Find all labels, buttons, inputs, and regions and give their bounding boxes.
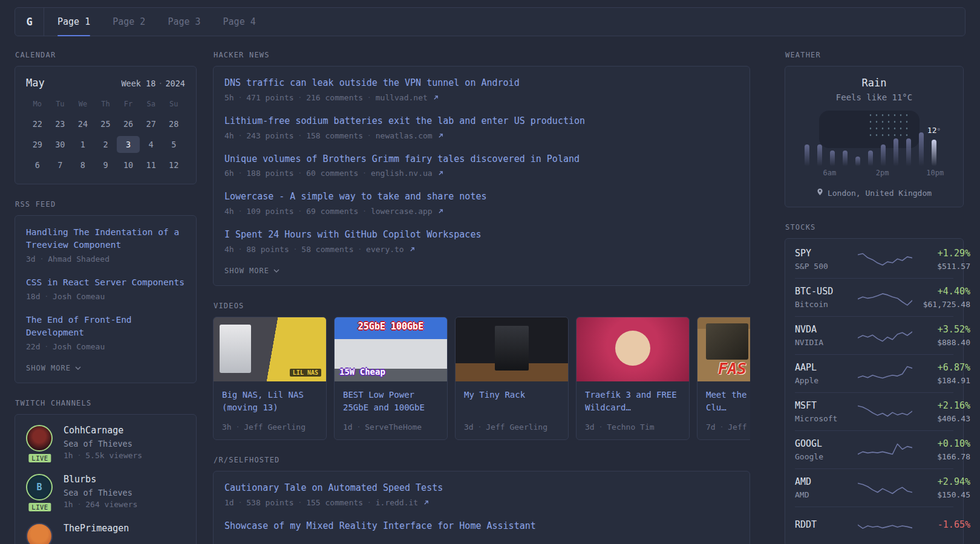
videos-widget: VIDEOS LIL NAS Big NAS, Lil NAS (moving …	[213, 302, 750, 440]
hn-domain-link[interactable]: english.nv.ua	[371, 169, 433, 178]
rss-item-link[interactable]: Handling The Indentation of a Treeview C…	[26, 227, 179, 250]
twitch-widget: TWITCH CHANNELS LIVE CohhCarnage Sea of …	[15, 399, 197, 544]
twitch-channel-name[interactable]: ThePrimeagen	[64, 523, 129, 534]
stock-name: AMD	[795, 490, 858, 499]
calendar-day: 24	[71, 115, 94, 132]
reddit-item-link[interactable]: Showcase of my Mixed Reality Interface f…	[224, 520, 536, 531]
hn-show-more-button[interactable]: SHOW MORE	[224, 267, 739, 275]
weather-bar	[817, 113, 822, 166]
stock-symbol: RDDT	[795, 519, 858, 530]
tab-page-3[interactable]: Page 3	[168, 8, 200, 36]
dot-separator: ·	[40, 255, 44, 263]
twitch-channel-row[interactable]: ThePrimeagen	[26, 523, 185, 544]
weather-bar	[919, 113, 924, 166]
video-channel-link[interactable]: Jeff Geerling	[728, 423, 750, 432]
hn-domain-link[interactable]: newatlas.com	[376, 131, 433, 140]
hn-item-meta: 4h·243 points·158 comments·newatlas.com	[224, 131, 739, 140]
dot-separator: ·	[77, 500, 82, 508]
video-thumbnail	[577, 317, 689, 381]
rss-show-more-button[interactable]: SHOW MORE	[26, 364, 185, 372]
stock-sparkline	[858, 438, 912, 461]
video-thumbnail: FAS	[697, 317, 750, 381]
video-card[interactable]: LIL NAS Big NAS, Lil NAS (moving 13) 3h·…	[213, 317, 327, 440]
stock-change: +6.87%	[912, 362, 970, 373]
twitch-channel-name[interactable]: Blurbs	[64, 474, 137, 485]
stock-change: +3.52%	[912, 324, 970, 335]
calendar-widget-title: CALENDAR	[15, 51, 197, 59]
hn-item: Unique volumes of Brothers Grimm fairy t…	[224, 153, 739, 178]
stock-price: $511.57	[912, 262, 970, 271]
video-channel-link[interactable]: Jeff Geerling	[244, 423, 305, 432]
external-link-icon	[438, 170, 443, 176]
video-meta: 3d·Jeff Geerling	[464, 423, 560, 432]
left-sidebar: CALENDAR May Week 18·2024 Mo Tu We Th Fr…	[15, 51, 197, 544]
external-link-icon	[423, 500, 429, 505]
video-channel-link[interactable]: ServeTheHome	[365, 423, 422, 432]
weather-card: Rain Feels like 11°C 12° 6am 2pm 10pm Lo…	[785, 66, 964, 207]
hn-item-link[interactable]: Lowercase - A simple way to take and sha…	[224, 191, 486, 202]
hn-item-link[interactable]: Unique volumes of Brothers Grimm fairy t…	[224, 154, 580, 164]
hn-item-link[interactable]: DNS traffic can leak outside the VPN tun…	[224, 77, 520, 88]
video-title-link[interactable]: My Tiny Rack	[464, 389, 560, 415]
video-meta: 3d·Techno Tim	[585, 423, 681, 432]
video-title-link[interactable]: BEST Low Power 25GbE and 100GbE Switch…	[343, 389, 439, 415]
stock-row: MSFTMicrosoft +2.16%$406.43	[795, 392, 953, 430]
video-card[interactable]: My Tiny Rack 3d·Jeff Geerling	[455, 317, 569, 440]
weekday-label: Mo	[26, 97, 49, 112]
twitch-channel-row[interactable]: LIVE CohhCarnage Sea of Thieves 1h·5.5k …	[26, 425, 185, 460]
video-channel-link[interactable]: Techno Tim	[607, 423, 654, 432]
stocks-card: SPYS&P 500 +1.29%$511.57 BTC-USDBitcoin …	[785, 238, 964, 544]
reddit-domain-link[interactable]: i.redd.it	[376, 498, 418, 507]
hn-item: Lowercase - A simple way to take and sha…	[224, 190, 739, 216]
stock-price: $166.78	[912, 452, 970, 461]
calendar-day: 6	[26, 157, 49, 173]
stock-symbol: GOOGL	[795, 438, 858, 449]
hn-item-meta: 4h·109 points·69 comments·lowercase.app	[224, 207, 739, 216]
hn-domain-link[interactable]: lowercase.app	[371, 207, 433, 216]
twitch-channel-name[interactable]: CohhCarnage	[64, 425, 142, 436]
navbar: G Page 1 Page 2 Page 3 Page 4	[15, 7, 965, 36]
dot-separator: ·	[44, 293, 48, 300]
calendar-day: 4	[140, 136, 163, 153]
video-card[interactable]: 25GbE 100GbE15W Cheap BEST Low Power 25G…	[334, 317, 448, 440]
calendar-day: 30	[49, 136, 72, 153]
chevron-down-icon	[273, 269, 279, 273]
hn-domain-link[interactable]: mullvad.net	[376, 93, 428, 102]
calendar-grid: Mo Tu We Th Fr Sa Su 22 23 24 25 26 27 2…	[26, 97, 185, 173]
tab-page-2[interactable]: Page 2	[113, 8, 145, 36]
weekday-label: Tu	[49, 97, 72, 112]
video-card[interactable]: Traefik 3 and FREE Wildcard… 3d·Techno T…	[576, 317, 690, 440]
hn-item-link[interactable]: I Spent 24 Hours with GitHub Copilot Wor…	[224, 229, 481, 240]
video-title-link[interactable]: Big NAS, Lil NAS (moving 13)	[222, 389, 318, 415]
app-logo[interactable]: G	[15, 8, 44, 36]
stock-sparkline	[858, 514, 912, 537]
hn-domain-link[interactable]: every.to	[366, 245, 404, 254]
stock-sparkline	[858, 400, 912, 423]
right-sidebar: WEATHER Rain Feels like 11°C 12° 6am 2pm…	[766, 51, 964, 544]
video-channel-link[interactable]: Jeff Geerling	[486, 423, 547, 432]
video-meta: 7d·Jeff Geerling	[706, 423, 750, 432]
hn-item-meta: 6h·188 points·60 comments·english.nv.ua	[224, 169, 739, 178]
stock-row: NVDANVIDIA +3.52%$888.40	[795, 316, 953, 354]
calendar-day: 29	[26, 136, 49, 153]
rss-widget-title: RSS FEED	[15, 200, 197, 209]
hn-item-link[interactable]: Lithium-free sodium batteries exit the l…	[224, 115, 585, 126]
weather-widget-title: WEATHER	[785, 51, 964, 59]
reddit-item-link[interactable]: Cautionary Tale on Automated Speed Tests	[224, 482, 443, 493]
twitch-channel-row[interactable]: B LIVE Blurbs Sea of Thieves 1h·264 view…	[26, 474, 185, 509]
weather-bar	[868, 113, 873, 166]
selfhosted-widget-title: /R/SELFHOSTED	[214, 456, 750, 464]
tab-page-1[interactable]: Page 1	[57, 8, 90, 36]
rss-item-link[interactable]: CSS in React Server Components	[26, 277, 185, 287]
video-title-link[interactable]: Meet the … Linux Clu…	[706, 389, 750, 415]
rss-item-link[interactable]: The End of Front-End Development	[26, 315, 132, 337]
stock-symbol: SPY	[795, 248, 858, 259]
stock-row: BTC-USDBitcoin +4.40%$61,725.48	[795, 278, 953, 316]
video-card[interactable]: FAS Meet the … Linux Clu… 7d·Jeff Geerli…	[697, 317, 750, 440]
hackernews-card: DNS traffic can leak outside the VPN tun…	[213, 66, 750, 286]
calendar-day: 28	[162, 115, 185, 132]
stock-row: RDDT -1.65%	[795, 507, 953, 544]
tab-page-4[interactable]: Page 4	[223, 8, 256, 36]
video-title-link[interactable]: Traefik 3 and FREE Wildcard…	[585, 389, 681, 415]
twitch-meta: 1h·5.5k viewers	[64, 451, 142, 460]
